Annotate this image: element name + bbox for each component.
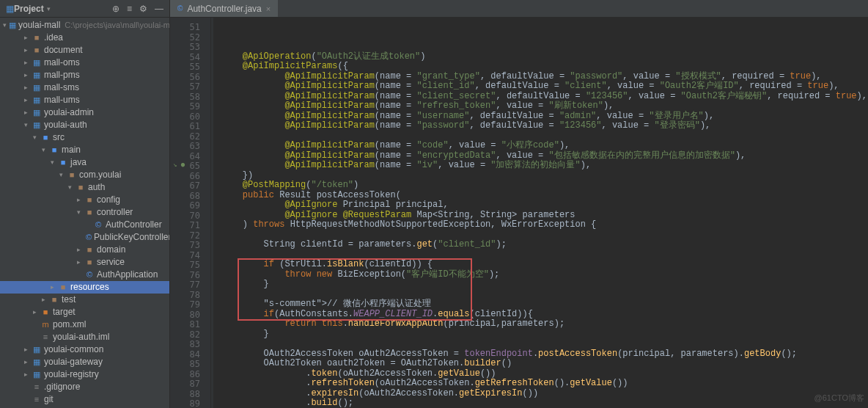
code-line[interactable]: @ApiImplicitParam(name = "grant_type", d… (221, 72, 867, 82)
tree-root[interactable]: ▾▦youlai-mallC:\projects\java\mall\youla… (0, 19, 169, 32)
line-number[interactable]: 57 (170, 81, 210, 92)
line-number[interactable]: 52 (170, 32, 210, 43)
tree-item[interactable]: ▾■src (0, 131, 169, 144)
project-tree[interactable]: ▾▦youlai-mallC:\projects\java\mall\youla… (0, 18, 169, 408)
code-line[interactable]: OAuth2Token oauth2Token = OAuth2Token.bu… (221, 359, 867, 369)
code-line[interactable]: .build(); (221, 398, 867, 408)
tree-item[interactable]: ▾▦youlai-auth (0, 119, 169, 131)
line-number[interactable]: 83 (170, 339, 210, 349)
line-number[interactable]: 53 (170, 42, 210, 52)
line-number[interactable]: 74 (170, 250, 210, 261)
code-line[interactable]: @ApiIgnore @RequestParam Map<String, Str… (221, 211, 867, 221)
tree-item[interactable]: ▸▦youlai-admin (0, 106, 169, 119)
tree-item[interactable]: ▸■test (0, 294, 169, 306)
code-line[interactable]: @ApiImplicitParam(name = "client_secret"… (221, 92, 867, 102)
collapse-icon[interactable]: ≡ (127, 4, 132, 14)
tree-item[interactable]: ▾■auth (0, 181, 169, 194)
code-editor[interactable]: @ApiOperation("OAuth2认证生成token") @ApiImp… (214, 18, 867, 408)
code-line[interactable]: @ApiImplicitParam(name = "code", value =… (221, 141, 867, 151)
code-line[interactable]: .expiresIn(oAuth2AccessToken.getExpiresI… (221, 389, 867, 399)
code-line[interactable]: @PostMapping("/token") (221, 181, 867, 191)
tree-item[interactable]: ▸▦mall-pms (0, 69, 169, 81)
tree-item[interactable]: ▾■java (0, 156, 169, 169)
gear-icon[interactable]: ⚙ (139, 4, 147, 14)
line-number[interactable]: 64 (170, 151, 210, 161)
tree-item[interactable]: ▸■domain (0, 244, 169, 256)
tree-item[interactable]: ▾■controller (0, 206, 169, 219)
line-gutter[interactable]: 5152535455565758596061626364↘ ●656667686… (170, 18, 211, 408)
tree-item[interactable]: ▸▦youlai-gateway (0, 356, 169, 368)
code-line[interactable]: @ApiImplicitParam(name = "username", def… (221, 112, 867, 122)
line-number[interactable]: 80 (170, 310, 210, 320)
code-line[interactable]: "s-comment">// 微信小程序端认证处理 (221, 299, 867, 310)
code-line[interactable] (221, 131, 867, 142)
line-number[interactable]: 60 (170, 112, 210, 122)
line-number[interactable]: 88 (170, 389, 210, 399)
code-line[interactable]: return this.handleForWxAppAuth(principal… (221, 319, 867, 329)
tree-item[interactable]: ▸▦youlai-common (0, 343, 169, 356)
line-number[interactable]: 70 (170, 211, 210, 221)
line-number[interactable]: 58 (170, 92, 210, 102)
tab-authcontroller[interactable]: © AuthController.java × (170, 0, 278, 17)
code-line[interactable]: }) (221, 171, 867, 181)
line-number[interactable]: 51 (170, 22, 210, 32)
tree-item[interactable]: ©AuthApplication (0, 269, 169, 281)
line-number[interactable]: 62 (170, 131, 210, 142)
tree-item[interactable]: ©AuthController (0, 219, 169, 231)
code-line[interactable]: .refreshToken(oAuth2AccessToken.getRefre… (221, 379, 867, 389)
code-line[interactable]: } (221, 329, 867, 340)
line-number[interactable]: 77 (170, 280, 210, 290)
line-number[interactable]: 87 (170, 379, 210, 389)
line-number[interactable]: 84 (170, 349, 210, 360)
tree-item[interactable]: ≡git (0, 393, 169, 406)
line-number[interactable]: 82 (170, 329, 210, 340)
line-number[interactable]: 71 (170, 220, 210, 230)
line-number[interactable]: 86 (170, 369, 210, 379)
tree-item[interactable]: ▸▦mall-oms (0, 57, 169, 69)
hide-icon[interactable]: — (155, 4, 163, 14)
code-line[interactable]: String clientId = parameters.get("client… (221, 240, 867, 250)
tree-item[interactable]: ≡.gitignore (0, 381, 169, 393)
line-number[interactable]: 54 (170, 52, 210, 62)
tree-item[interactable]: ▾■com.youlai (0, 169, 169, 181)
code-line[interactable]: ) throws HttpRequestMethodNotSupportedEx… (221, 220, 867, 230)
tree-item[interactable]: mpom.xml (0, 318, 169, 331)
code-line[interactable] (221, 339, 867, 349)
code-line[interactable] (221, 290, 867, 300)
tree-item[interactable]: ≡youlai-auth.iml (0, 331, 169, 343)
tree-item[interactable]: ▾■main (0, 144, 169, 156)
code-line[interactable]: public Result postAccessToken( (221, 191, 867, 201)
line-number[interactable]: 79 (170, 299, 210, 310)
line-number[interactable]: 55 (170, 62, 210, 72)
tree-item[interactable]: ▸■target (0, 306, 169, 318)
line-number[interactable]: 66 (170, 171, 210, 181)
code-line[interactable]: if (StrUtil.isBlank(clientId)) { (221, 260, 867, 270)
line-number[interactable]: 72 (170, 230, 210, 241)
line-number[interactable]: 63 (170, 141, 210, 151)
tree-item[interactable]: ▸■resources (0, 281, 169, 294)
line-number[interactable]: ↘ ●65 (170, 161, 210, 171)
line-number[interactable]: 73 (170, 240, 210, 250)
line-number[interactable]: 76 (170, 270, 210, 280)
tree-item[interactable]: ▸■.idea (0, 32, 169, 44)
line-number[interactable]: 75 (170, 260, 210, 270)
tree-item[interactable]: ▸■document (0, 44, 169, 57)
tree-item[interactable]: ▸■config (0, 194, 169, 206)
code-line[interactable]: throw new BizException("客户端ID不能为空"); (221, 270, 867, 280)
line-number[interactable]: 68 (170, 191, 210, 201)
code-line[interactable]: @ApiOperation("OAuth2认证生成token") (221, 52, 867, 62)
code-line[interactable]: .token(oAuth2AccessToken.getValue()) (221, 369, 867, 379)
code-line[interactable]: } (221, 280, 867, 290)
code-line[interactable]: @ApiImplicitParam(name = "refresh_token"… (221, 101, 867, 112)
code-line[interactable]: OAuth2AccessToken oAuth2AccessToken = to… (221, 349, 867, 360)
code-line[interactable]: if(AuthConstants.WEAPP_CLIENT_ID.equals(… (221, 310, 867, 320)
code-line[interactable] (221, 230, 867, 241)
line-number[interactable]: 78 (170, 290, 210, 300)
tree-item[interactable]: ▸▦youlai-registry (0, 368, 169, 381)
tree-item[interactable]: ©PublicKeyController (0, 231, 169, 244)
code-line[interactable]: @ApiImplicitParam(name = "password", def… (221, 121, 867, 131)
locate-icon[interactable]: ⊕ (112, 4, 119, 14)
tree-item[interactable]: ▸▦mall-ums (0, 94, 169, 106)
code-line[interactable]: @ApiImplicitParam(name = "encryptedData"… (221, 151, 867, 161)
chevron-down-icon[interactable]: ▾ (47, 5, 51, 12)
